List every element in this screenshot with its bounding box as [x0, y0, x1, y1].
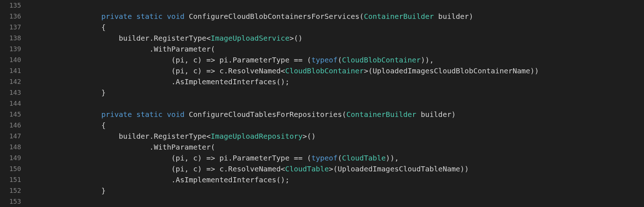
line-number: 140: [0, 54, 21, 65]
line-number: 143: [0, 87, 21, 98]
line-number: 144: [0, 98, 21, 109]
code-line[interactable]: [31, 196, 644, 207]
line-number: 146: [0, 120, 21, 131]
code-line[interactable]: [31, 0, 644, 11]
code-line[interactable]: builder.RegisterType<ImageUploadReposito…: [31, 131, 644, 142]
code-line[interactable]: private static void ConfigureCloudTables…: [31, 109, 644, 120]
line-number: 147: [0, 131, 21, 142]
type-token: CloudTable: [285, 165, 329, 173]
keyword-token: typeof: [311, 154, 338, 162]
code-line[interactable]: }: [31, 185, 644, 196]
line-number: 149: [0, 153, 21, 163]
line-number: 136: [0, 11, 21, 22]
type-token: ContainerBuilder: [364, 12, 434, 21]
keyword-token: private: [101, 12, 132, 21]
code-line[interactable]: .AsImplementedInterfaces();: [31, 76, 644, 87]
line-number: 139: [0, 44, 21, 54]
line-number: 148: [0, 142, 21, 153]
code-line[interactable]: (pi, c) => c.ResolveNamed<CloudTable>(Up…: [31, 163, 644, 174]
code-area[interactable]: private static void ConfigureCloudBlobCo…: [31, 0, 644, 207]
line-number: 151: [0, 174, 21, 185]
code-editor[interactable]: 1351361371381391401411421431441451461471…: [0, 0, 644, 207]
line-number: 152: [0, 185, 21, 196]
type-token: CloudBlobContainer: [285, 66, 364, 75]
code-line[interactable]: .WithParameter(: [31, 44, 644, 54]
keyword-token: static: [136, 110, 162, 119]
code-line[interactable]: (pi, c) => c.ResolveNamed<CloudBlobConta…: [31, 65, 644, 76]
code-line[interactable]: private static void ConfigureCloudBlobCo…: [31, 11, 644, 22]
line-number: 150: [0, 163, 21, 174]
line-number: 137: [0, 22, 21, 33]
code-line[interactable]: .WithParameter(: [31, 142, 644, 153]
code-line[interactable]: {: [31, 120, 644, 131]
type-token: CloudBlobContainer: [342, 56, 421, 64]
line-number-gutter: 1351361371381391401411421431441451461471…: [0, 0, 31, 207]
type-token: ImageUploadService: [211, 34, 290, 42]
line-number: 153: [0, 196, 21, 207]
code-line[interactable]: builder.RegisterType<ImageUploadService>…: [31, 33, 644, 44]
code-line[interactable]: {: [31, 22, 644, 33]
type-token: CloudTable: [342, 154, 386, 162]
line-number: 141: [0, 65, 21, 76]
keyword-token: private: [101, 110, 132, 119]
keyword-token: void: [167, 12, 184, 21]
line-number: 135: [0, 0, 21, 11]
keyword-token: static: [136, 12, 162, 21]
type-token: ContainerBuilder: [346, 110, 416, 119]
keyword-token: void: [167, 110, 184, 119]
code-line[interactable]: (pi, c) => pi.ParameterType == (typeof(C…: [31, 153, 644, 163]
type-token: ImageUploadRepository: [211, 132, 303, 141]
line-number: 145: [0, 109, 21, 120]
keyword-token: typeof: [311, 56, 338, 64]
code-line[interactable]: }: [31, 87, 644, 98]
code-line[interactable]: [31, 98, 644, 109]
line-number: 142: [0, 76, 21, 87]
code-line[interactable]: (pi, c) => pi.ParameterType == (typeof(C…: [31, 54, 644, 65]
code-line[interactable]: .AsImplementedInterfaces();: [31, 174, 644, 185]
line-number: 138: [0, 33, 21, 44]
